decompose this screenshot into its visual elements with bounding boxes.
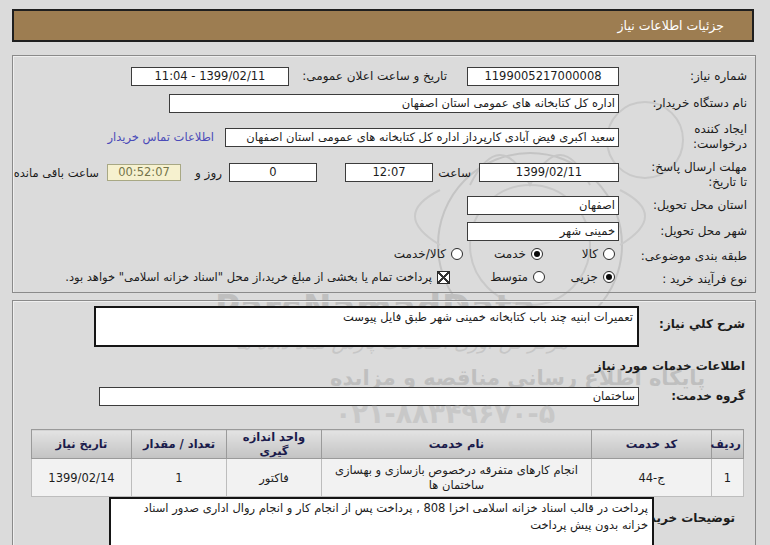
category-option-service[interactable]: خدمت (494, 247, 543, 261)
creator-label: ایجاد کننده درخواست: (647, 122, 747, 152)
hour-label: ساعت (438, 166, 471, 180)
process-option-medium[interactable]: متوسط (490, 270, 545, 284)
province-field[interactable]: اصفهان (467, 196, 619, 215)
deadline-time-field[interactable]: 12:07 (345, 163, 433, 182)
service-group-field[interactable]: ساختمان (99, 387, 639, 406)
col-need-date: تاریخ نیاز (32, 430, 132, 459)
radio-goods-icon[interactable] (603, 248, 615, 260)
city-label: شهر محل تحویل: (660, 224, 747, 238)
days-label: روز و (195, 166, 222, 180)
cell-service-name: انجام کارهای متفرقه درخصوص بازسازی و بهس… (322, 459, 592, 497)
page-content: جزئیات اطلاعات نیاز شماره نیاز: 11990052… (0, 0, 770, 545)
category-option-goods-label: کالا (582, 247, 598, 261)
need-details-panel: شماره نیاز: 1199005217000008 تاریخ و ساع… (12, 55, 756, 293)
services-section-title: اطلاعات خدمات مورد نیاز (595, 359, 745, 373)
need-desc-label: شرح کلي نیاز: (659, 317, 745, 331)
col-quantity: تعداد / مقدار (132, 430, 227, 459)
creator-field[interactable]: سعید اکبری فیض آبادی کارپرداز اداره کل ک… (225, 128, 619, 147)
col-row-number: ردیف (712, 430, 744, 459)
deadline-label-line2: تا تاریخ: (708, 175, 747, 189)
buyer-org-label: نام دستگاه خریدار: (653, 96, 748, 110)
process-label: نوع فرآیند خرید : (662, 272, 747, 286)
col-service-name: نام خدمت (322, 430, 592, 459)
announce-datetime-field[interactable]: 1399/02/11 - 11:04 (131, 67, 289, 86)
category-option-service-label: خدمت (494, 247, 526, 261)
need-desc-box[interactable]: تعمیرات ابنیه چند باب کتابخانه خمینی شهر… (94, 306, 639, 347)
city-field[interactable]: خمینی شهر (467, 222, 619, 241)
col-service-code: کد خدمت (592, 430, 712, 459)
radio-medium-icon[interactable] (533, 271, 545, 283)
deadline-label-line1: مهلت ارسال پاسخ: (651, 160, 747, 174)
service-group-label: گروه خدمت: (671, 389, 745, 403)
buyer-notes-box[interactable]: پرداخت در قالب اسناد خزانه اسلامی اخزا 8… (109, 497, 654, 545)
buyer-contact-link[interactable]: اطلاعات تماس خریدار (107, 130, 214, 144)
process-option-partial-label: جزیی (571, 270, 598, 284)
radio-partial-icon[interactable] (603, 271, 615, 283)
category-option-goods-service[interactable]: کالا/خدمت (394, 247, 463, 261)
treasury-note-label: پرداخت تمام یا بخشی از مبلغ خرید،از محل … (65, 270, 432, 284)
col-unit: واحد اندازه گیری (227, 430, 322, 459)
announce-label: تاریخ و ساعت اعلان عمومی: (302, 69, 447, 83)
cell-unit: فاکتور (227, 459, 322, 497)
category-option-goods[interactable]: کالا (582, 247, 615, 261)
services-panel: شرح کلي نیاز: تعمیرات ابنیه چند باب کتاب… (12, 300, 756, 545)
treasury-checkbox-icon[interactable] (437, 271, 450, 284)
buyer-org-field[interactable]: اداره کل کتابخانه های عمومی استان اصفهان (169, 94, 619, 113)
services-table-header-row: ردیف کد خدمت نام خدمت واحد اندازه گیری ت… (32, 430, 744, 459)
need-number-field[interactable]: 1199005217000008 (467, 67, 619, 86)
process-option-partial[interactable]: جزیی (571, 270, 615, 284)
remaining-label: ساعت باقی مانده (14, 166, 99, 180)
cell-quantity: 1 (132, 459, 227, 497)
services-table: ردیف کد خدمت نام خدمت واحد اندازه گیری ت… (31, 429, 744, 497)
countdown-timer: 00:52:07 (107, 164, 181, 181)
need-number-label: شماره نیاز: (690, 69, 747, 83)
page-title-bar: جزئیات اطلاعات نیاز (12, 9, 754, 42)
province-label: استان محل تحویل: (653, 198, 747, 212)
radio-goods-service-icon[interactable] (451, 248, 463, 260)
radio-service-icon[interactable] (531, 248, 543, 260)
category-label: طبقه بندی موضوعی: (641, 249, 747, 263)
cell-row-number: 1 (712, 459, 744, 497)
cell-service-code: ج-44 (592, 459, 712, 497)
treasury-payment-option[interactable]: پرداخت تمام یا بخشی از مبلغ خرید،از محل … (65, 270, 450, 284)
table-row[interactable]: 1 ج-44 انجام کارهای متفرقه درخصوص بازساز… (32, 459, 744, 497)
process-option-medium-label: متوسط (490, 270, 528, 284)
days-remaining-field[interactable]: 0 (229, 163, 317, 182)
page-title: جزئیات اطلاعات نیاز (618, 18, 724, 33)
cell-need-date: 1399/02/14 (32, 459, 132, 497)
category-option-goods-service-label: کالا/خدمت (394, 247, 446, 261)
need-details-page: { "page": { "title": "جزئیات اطلاعات نیا… (0, 0, 770, 545)
deadline-date-field[interactable]: 1399/02/11 (479, 163, 619, 182)
